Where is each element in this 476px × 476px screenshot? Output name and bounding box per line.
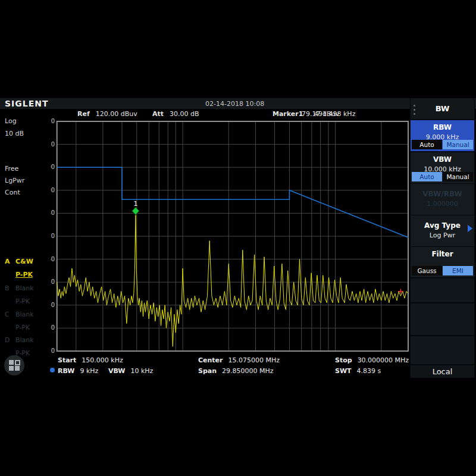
top-bar: SIGLENT 02-14-2018 10:08: [0, 98, 476, 109]
local-status-bar[interactable]: Local: [411, 365, 474, 378]
trace-a-row: AC&W: [5, 258, 33, 265]
menu-item-empty-2: [411, 303, 474, 335]
center-freq-readout: Center15.075000 MHz: [198, 356, 280, 364]
analyzer-screen: SIGLENT 02-14-2018 10:08 Ref120.00 dBuv …: [0, 0, 476, 476]
menu-item-avg-type[interactable]: Avg Type Log Pwr: [411, 215, 474, 246]
vbw-rbw-value: 1.000000: [411, 198, 474, 208]
rbw-readout: RBW9 kHz: [58, 367, 98, 375]
start-freq-readout: Start150.000 kHz: [58, 356, 123, 364]
trigger-mode-label: Free: [5, 165, 18, 173]
submenu-arrow-icon: [468, 225, 472, 232]
svg-text:120: 120: [51, 118, 55, 124]
rbw-auto-button[interactable]: Auto: [412, 140, 442, 149]
avg-type-title: Avg Type: [411, 215, 474, 230]
brand-logo: SIGLENT: [5, 99, 49, 108]
swt-readout: SWT4.839 s: [335, 367, 381, 375]
vbw-auto-button[interactable]: Auto: [412, 172, 442, 181]
filter-gauss-button[interactable]: Gauss: [412, 266, 442, 275]
vbw-rbw-title: VBW/RBW: [411, 184, 474, 198]
avg-type-value: Log Pwr: [411, 230, 474, 239]
menu-item-empty-3: [411, 336, 474, 364]
menu-title: BW: [411, 98, 474, 119]
svg-text:110: 110: [51, 141, 55, 148]
menu-header: BW: [411, 98, 474, 119]
rbw-manual-button[interactable]: Manual: [443, 140, 473, 149]
stop-freq-readout: Stop30.000000 MHz: [335, 356, 409, 364]
filter-emi-button[interactable]: EMI: [443, 266, 473, 275]
svg-text:50: 50: [51, 278, 55, 285]
display-area: SIGLENT 02-14-2018 10:08 Ref120.00 dBuv …: [0, 98, 476, 378]
svg-text:1: 1: [133, 200, 137, 208]
soft-menu-panel: BW RBW 9.000 kHz Auto Manual VBW 10.000 …: [410, 98, 475, 378]
svg-text:30: 30: [51, 324, 55, 331]
svg-text:40: 40: [51, 302, 55, 308]
span-readout: Span29.850000 MHz: [198, 367, 274, 375]
vbw-title: VBW: [411, 152, 474, 164]
scale-per-div-label: 10 dB: [5, 130, 24, 137]
trace-c-row: CBlank: [5, 311, 34, 318]
svg-text:20: 20: [51, 347, 55, 354]
spectrum-plot: 20304050607080901001101201: [51, 117, 411, 356]
svg-text:80: 80: [51, 209, 55, 216]
svg-text:60: 60: [51, 256, 55, 262]
trace-c-detector: P-PK: [15, 324, 30, 331]
trace-a-detector: P-PK: [15, 271, 33, 278]
grid-menu-icon[interactable]: [4, 355, 24, 375]
trace-d-row: DBlank: [5, 336, 34, 344]
vbw-manual-button[interactable]: Manual: [443, 172, 473, 181]
menu-item-vbw[interactable]: VBW 10.000 kHz Auto Manual: [411, 152, 474, 183]
menu-item-filter[interactable]: Filter Gauss EMI: [411, 247, 474, 277]
filter-title: Filter: [411, 247, 474, 258]
svg-text:90: 90: [51, 187, 55, 193]
menu-item-empty-1: [411, 278, 474, 302]
vbw-readout: VBW10 kHz: [108, 367, 153, 375]
sweep-mode-label: Cont: [5, 189, 20, 196]
avg-type-label: LgPwr: [5, 177, 24, 184]
menu-item-vbw-rbw: VBW/RBW 1.000000: [411, 184, 474, 215]
trace-b-detector: P-PK: [15, 298, 30, 305]
rbw-coupled-indicator: [50, 368, 55, 372]
svg-text:70: 70: [51, 233, 55, 239]
datetime-label: 02-14-2018 10:08: [205, 100, 264, 108]
amplitude-scale-label: Log: [5, 117, 17, 125]
menu-item-rbw[interactable]: RBW 9.000 kHz Auto Manual: [411, 120, 474, 151]
menu-dots-icon: [414, 102, 415, 117]
svg-text:100: 100: [51, 164, 55, 170]
rbw-title: RBW: [411, 120, 474, 131]
trace-b-row: BBlank: [5, 284, 34, 292]
